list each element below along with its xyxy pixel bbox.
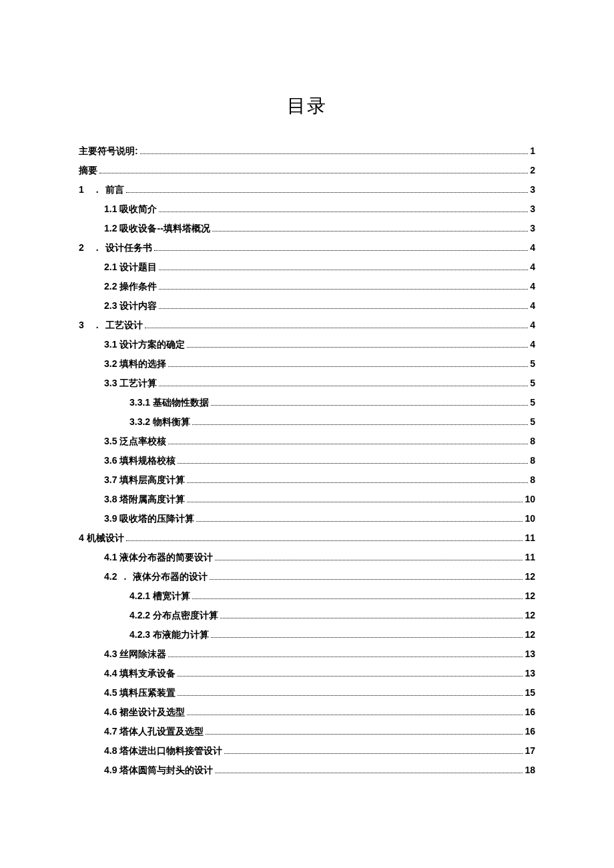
toc-entry: 4.2.2分布点密度计算12	[79, 606, 535, 625]
toc-entry: 4.9塔体圆筒与封头的设计18	[79, 761, 535, 780]
toc-entry-label: 分布点密度计算	[150, 610, 218, 620]
toc-entry-number: 4.2.3	[129, 630, 150, 639]
toc-entry: 4.7塔体人孔设置及选型16	[79, 722, 535, 741]
toc-entry-number: 4.2	[104, 572, 117, 581]
toc-entry-page: 13	[525, 669, 535, 678]
toc-entry-number: 3.3	[104, 378, 117, 388]
toc-entry-label: 填料规格校核	[117, 456, 176, 465]
toc-entry-page: 12	[525, 610, 535, 620]
toc-dots-leader	[211, 398, 528, 406]
toc-dots-leader	[126, 534, 523, 541]
toc-entry-number: 2.2	[104, 282, 117, 291]
toc-dots-leader	[168, 360, 528, 367]
toc-entry-number: 2.3	[104, 301, 117, 310]
toc-dots-leader	[178, 669, 523, 677]
toc-entry: 3.2填料的选择5	[79, 354, 535, 374]
toc-entry-page: 11	[525, 533, 535, 542]
toc-entry-label: 泛点率校核	[117, 436, 166, 446]
toc-dots-leader	[187, 495, 523, 502]
toc-entry-label: 设计内容	[117, 301, 157, 310]
toc-entry-number: 3.8	[104, 494, 117, 504]
toc-entry-page: 12	[525, 630, 535, 639]
toc-dots-leader	[224, 747, 523, 754]
toc-entry-number: 4.7	[104, 727, 117, 736]
toc-entry: 1.1吸收简介3	[79, 199, 535, 219]
toc-entry-label: 摘要	[79, 165, 97, 175]
toc-entry-page: 10	[525, 494, 535, 504]
toc-entry-number: 4.5	[104, 688, 117, 697]
toc-entry: 1.2吸收设备--填料塔概况3	[79, 219, 535, 238]
toc-dots-leader	[178, 689, 523, 696]
toc-entry-label: 前言	[103, 185, 124, 194]
toc-entry-label: 填料的选择	[117, 359, 166, 368]
toc-entry: 4.3丝网除沫器13	[79, 644, 535, 664]
toc-entry-label: 吸收简介	[117, 204, 157, 213]
toc-entry-separator: .	[89, 185, 103, 194]
toc-entry-page: 2	[530, 165, 535, 175]
toc-entry-label: 物料衡算	[150, 417, 190, 426]
toc-dots-leader	[159, 379, 528, 386]
toc-entry-page: 8	[530, 475, 535, 484]
toc-dots-leader	[126, 185, 529, 193]
toc-entry-number: 3.3.1	[129, 398, 150, 407]
toc-entry: 4.2.3布液能力计算12	[79, 625, 535, 644]
toc-entry-label: 丝网除沫器	[117, 649, 166, 659]
toc-entry: 4.2.1槽宽计算12	[79, 586, 535, 606]
toc-entry-label: 4 机械设计	[79, 533, 124, 542]
toc-entry: 3.8塔附属高度计算10	[79, 490, 535, 509]
toc-entry-number: 4.2.1	[129, 591, 150, 600]
toc-entry-label: 设计方案的确定	[117, 340, 185, 349]
toc-entry-page: 12	[525, 591, 535, 600]
toc-entry-number: 1.1	[104, 204, 117, 213]
toc-entry: 3.工艺设计4	[79, 316, 535, 335]
toc-entry-label: 设计题目	[117, 262, 157, 272]
toc-dots-leader	[206, 727, 523, 735]
toc-entry-number: 3.7	[104, 475, 117, 484]
toc-entry-label: 裙坐设计及选型	[117, 707, 185, 717]
toc-entry-page: 4	[530, 340, 535, 349]
toc-entry: 4.2.液体分布器的设计12	[79, 567, 535, 586]
toc-entry-label: 操作条件	[117, 282, 157, 291]
toc-entry-page: 18	[525, 765, 535, 775]
toc-entry: 摘要2	[79, 161, 535, 180]
toc-dots-leader	[211, 630, 523, 638]
toc-entry-number: 2	[79, 243, 84, 252]
toc-dots-leader	[178, 456, 528, 464]
toc-dots-leader	[187, 340, 528, 348]
toc-entry-page: 4	[530, 262, 535, 272]
toc-entry-page: 8	[530, 456, 535, 465]
toc-entry-number: 3.2	[104, 359, 117, 368]
toc-list: 主要符号说明:1摘要21.前言31.1吸收简介31.2吸收设备--填料塔概况32…	[79, 141, 535, 780]
toc-entry-page: 3	[530, 185, 535, 194]
toc-entry-number: 4.3	[104, 649, 117, 659]
toc-entry-number: 3.9	[104, 514, 117, 523]
toc-entry: 3.1设计方案的确定4	[79, 335, 535, 354]
toc-entry: 3.5泛点率校核8	[79, 432, 535, 451]
toc-entry-page: 16	[525, 727, 535, 736]
toc-dots-leader	[159, 205, 528, 212]
toc-entry: 2.2操作条件4	[79, 277, 535, 296]
toc-entry: 3.7填料层高度计算8	[79, 470, 535, 490]
toc-dots-leader	[159, 302, 528, 309]
toc-entry: 4.6裙坐设计及选型16	[79, 703, 535, 722]
toc-entry: 2.3设计内容4	[79, 296, 535, 316]
toc-dots-leader	[99, 166, 528, 173]
toc-entry-page: 5	[530, 359, 535, 368]
toc-entry-page: 13	[525, 649, 535, 659]
toc-entry-page: 17	[525, 746, 535, 755]
toc-entry-number: 4.4	[104, 669, 117, 678]
toc-entry: 3.3工艺计算5	[79, 374, 535, 393]
toc-dots-leader	[210, 572, 523, 580]
toc-entry: 4 机械设计11	[79, 528, 535, 548]
toc-entry-page: 5	[530, 398, 535, 407]
toc-entry-label: 基础物性数据	[150, 398, 209, 407]
toc-entry-page: 4	[530, 243, 535, 252]
toc-entry-page: 4	[530, 282, 535, 291]
toc-entry: 3.3.2物料衡算5	[79, 412, 535, 432]
toc-entry-page: 10	[525, 514, 535, 523]
toc-entry-label: 填料支承设备	[117, 669, 176, 678]
toc-entry-number: 4.8	[104, 746, 117, 755]
toc-dots-leader	[220, 611, 523, 618]
toc-entry-page: 15	[525, 688, 535, 697]
toc-entry-number: 3.1	[104, 340, 117, 349]
